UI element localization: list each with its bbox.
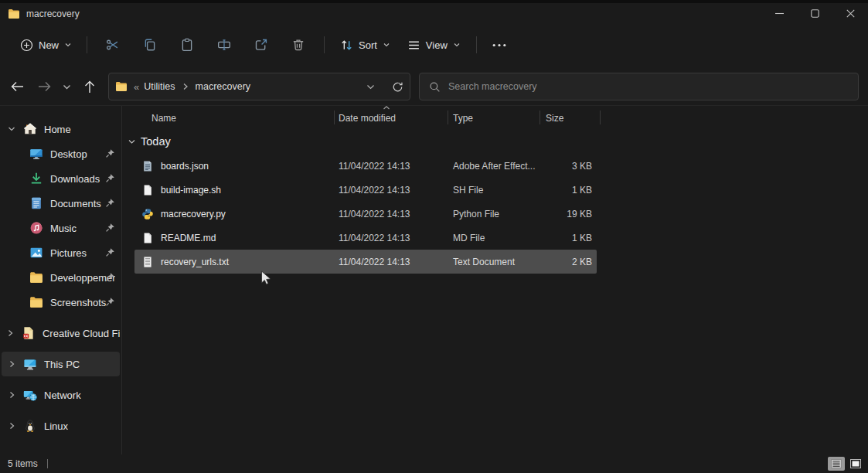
file-row-build-image-sh[interactable]: build-image.sh 11/04/2022 14:13 SH File …: [134, 178, 597, 202]
window-controls: [761, 2, 868, 25]
chevron-right-icon[interactable]: [6, 360, 17, 368]
sort-ascending-icon: [383, 105, 390, 111]
toolbar-divider: [87, 36, 87, 53]
search-box[interactable]: [419, 73, 859, 100]
column-header-date-modified[interactable]: Date modified: [339, 113, 396, 124]
share-icon: [254, 38, 268, 52]
sidebar-item-label: Pictures: [50, 247, 87, 259]
file-type: SH File: [453, 185, 540, 196]
json-file-icon: [141, 160, 154, 172]
sidebar-item-screenshots[interactable]: Screenshots: [2, 290, 120, 315]
view-button[interactable]: View: [399, 32, 469, 57]
chevron-down-icon[interactable]: [6, 125, 17, 133]
mouse-cursor: [260, 271, 272, 287]
downloads-icon: [29, 172, 43, 185]
sidebar-item-music[interactable]: Music: [2, 216, 120, 240]
file-explorer-window: macrecovery New: [0, 0, 868, 473]
file-type: Text Document: [453, 257, 540, 267]
file-row-boards-json[interactable]: boards.json 11/04/2022 14:13 Adobe After…: [134, 154, 597, 178]
chevron-right-icon[interactable]: [6, 329, 15, 337]
sort-button[interactable]: Sort: [332, 32, 399, 57]
delete-button[interactable]: [280, 32, 317, 57]
file-row-readme-md[interactable]: README.md 11/04/2022 14:13 MD File 1 KB: [134, 226, 597, 250]
group-header-label: Today: [141, 135, 171, 148]
column-divider[interactable]: [600, 111, 601, 124]
recent-locations-button[interactable]: [56, 73, 77, 100]
column-divider[interactable]: [540, 111, 540, 124]
sidebar-item-this-pc[interactable]: This PC: [2, 352, 120, 376]
file-rows: boards.json 11/04/2022 14:13 Adobe After…: [134, 154, 597, 274]
file-date: 11/04/2022 14:13: [339, 161, 453, 172]
breadcrumb-utilities[interactable]: Utilities: [144, 81, 175, 92]
address-bar[interactable]: « Utilities macrecovery: [108, 73, 410, 100]
items-count: 5 items: [8, 458, 38, 469]
refresh-icon[interactable]: [392, 81, 403, 93]
chevron-down-icon: [64, 41, 72, 49]
search-icon: [429, 81, 441, 93]
sort-button-label: Sort: [359, 39, 377, 51]
file-row-macrecovery-py[interactable]: macrecovery.py 11/04/2022 14:13 Python F…: [134, 202, 597, 226]
explorer-tab[interactable]: macrecovery: [0, 8, 80, 20]
rename-button[interactable]: [206, 32, 243, 57]
file-type: MD File: [453, 233, 540, 243]
forward-button[interactable]: [32, 73, 56, 100]
pin-icon: [105, 297, 115, 307]
column-header-type[interactable]: Type: [453, 113, 473, 124]
sidebar-item-pictures[interactable]: Pictures: [2, 240, 120, 265]
sidebar-item-network[interactable]: Network: [2, 383, 120, 407]
paste-button[interactable]: [168, 32, 206, 57]
chevron-down-icon: [453, 41, 461, 49]
file-date: 11/04/2022 14:13: [339, 257, 453, 267]
view-toggles: [828, 457, 864, 471]
breadcrumb-macrecovery[interactable]: macrecovery: [196, 81, 251, 92]
cut-button[interactable]: [94, 32, 131, 57]
group-header-today[interactable]: Today: [128, 135, 171, 148]
chevron-right-icon[interactable]: [6, 422, 17, 430]
python-file-icon: [141, 208, 154, 220]
back-button[interactable]: [5, 73, 29, 100]
details-view-button[interactable]: [828, 457, 845, 471]
sidebar-item-label: Music: [50, 223, 77, 234]
minimize-button[interactable]: [761, 2, 797, 25]
status-bar: 5 items: [0, 454, 868, 473]
sidebar-item-linux[interactable]: Linux: [2, 413, 120, 438]
large-icons-view-button[interactable]: [847, 457, 864, 471]
folder-icon: [115, 80, 128, 93]
sidebar-item-documents[interactable]: Documents: [2, 191, 120, 216]
view-list-icon: [407, 39, 420, 52]
column-header-name[interactable]: Name: [151, 113, 176, 124]
share-button[interactable]: [243, 32, 280, 57]
copy-button[interactable]: [131, 32, 168, 57]
up-button[interactable]: [77, 73, 102, 100]
close-button[interactable]: [832, 2, 868, 25]
file-row-recovery-urls-txt[interactable]: recovery_urls.txt 11/04/2022 14:13 Text …: [134, 250, 597, 274]
pictures-icon: [29, 246, 43, 260]
sidebar-item-desktop[interactable]: Desktop: [2, 141, 120, 166]
file-name: README.md: [161, 233, 216, 243]
sidebar-item-home[interactable]: Home: [2, 117, 120, 141]
breadcrumb-overflow-icon[interactable]: «: [134, 81, 139, 93]
see-more-button[interactable]: [484, 32, 515, 57]
search-input[interactable]: [448, 81, 849, 92]
music-icon: [29, 221, 43, 235]
breadcrumb-chevron-icon: [182, 83, 189, 90]
new-button[interactable]: New: [12, 32, 80, 57]
column-divider[interactable]: [334, 111, 335, 124]
sidebar-item-creative-cloud-files[interactable]: Creative Cloud Files: [2, 321, 120, 345]
navigation-bar: « Utilities macrecovery: [0, 70, 868, 104]
statusbar-divider: [47, 459, 48, 468]
sidebar-item-label: Downloads: [50, 173, 100, 185]
sidebar-item-label: Screenshots: [50, 297, 106, 308]
file-name: recovery_urls.txt: [161, 257, 229, 267]
sidebar-item-downloads[interactable]: Downloads: [2, 166, 120, 191]
sidebar-item-label: Linux: [44, 420, 68, 432]
sidebar-item-developpement[interactable]: Developpement: [2, 265, 120, 290]
address-dropdown-icon[interactable]: [366, 83, 375, 91]
this-pc-icon: [23, 357, 37, 371]
column-divider[interactable]: [448, 111, 448, 124]
column-header-size[interactable]: Size: [546, 113, 563, 124]
blank-file-icon: [141, 232, 154, 244]
maximize-button[interactable]: [797, 2, 832, 25]
chevron-down-icon: [383, 41, 390, 49]
chevron-right-icon[interactable]: [6, 391, 17, 399]
